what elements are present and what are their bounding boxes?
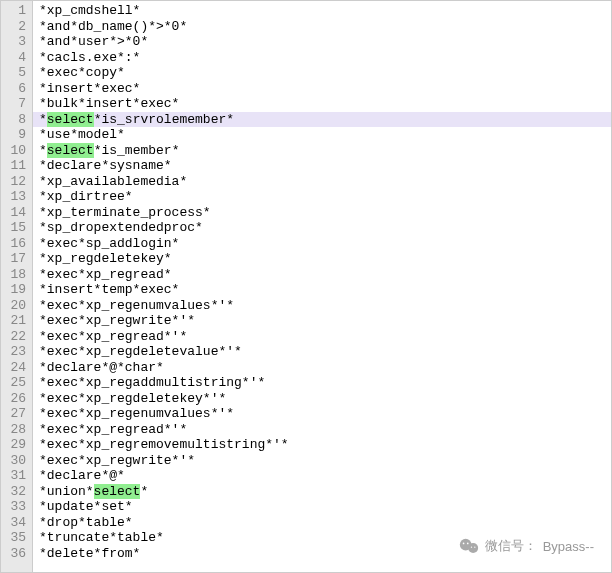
svg-point-3 (467, 543, 469, 545)
code-line[interactable]: *declare*@*char* (33, 360, 611, 376)
code-line[interactable]: *xp_cmdshell* (33, 3, 611, 19)
code-line[interactable]: *exec*xp_regread*'* (33, 422, 611, 438)
code-line[interactable]: *exec*xp_regread*'* (33, 329, 611, 345)
watermark-label: 微信号： (485, 537, 537, 555)
code-line[interactable]: *exec*xp_regenumvalues*'* (33, 406, 611, 422)
line-number: 21 (5, 313, 26, 329)
code-line[interactable]: *insert*temp*exec* (33, 282, 611, 298)
line-number: 30 (5, 453, 26, 469)
code-line[interactable]: *sp_dropextendedproc* (33, 220, 611, 236)
watermark: 微信号： Bypass-- (459, 537, 594, 555)
line-number: 7 (5, 96, 26, 112)
line-number: 12 (5, 174, 26, 190)
line-number: 35 (5, 530, 26, 546)
line-number: 23 (5, 344, 26, 360)
wechat-icon (459, 538, 479, 554)
code-line[interactable]: *bulk*insert*exec* (33, 96, 611, 112)
line-number: 2 (5, 19, 26, 35)
code-line[interactable]: *xp_terminate_process* (33, 205, 611, 221)
code-line[interactable]: *exec*copy* (33, 65, 611, 81)
highlighted-word: select (94, 484, 141, 499)
code-line[interactable]: *exec*xp_regaddmultistring*'* (33, 375, 611, 391)
code-line[interactable]: *union*select* (33, 484, 611, 500)
line-number: 14 (5, 205, 26, 221)
line-number: 6 (5, 81, 26, 97)
code-editor[interactable]: 1234567891011121314151617181920212223242… (0, 0, 612, 573)
line-number: 20 (5, 298, 26, 314)
line-number: 9 (5, 127, 26, 143)
line-number: 8 (5, 112, 26, 128)
code-line[interactable]: *and*user*>*0* (33, 34, 611, 50)
code-line[interactable]: *xp_regdeletekey* (33, 251, 611, 267)
code-line[interactable]: *update*set* (33, 499, 611, 515)
line-number: 34 (5, 515, 26, 531)
line-number: 32 (5, 484, 26, 500)
code-line[interactable]: *xp_availablemedia* (33, 174, 611, 190)
line-number: 3 (5, 34, 26, 50)
line-number: 31 (5, 468, 26, 484)
code-line[interactable]: *select*is_srvrolemember* (33, 112, 611, 128)
code-line[interactable]: *select*is_member* (33, 143, 611, 159)
line-number: 22 (5, 329, 26, 345)
code-area[interactable]: *xp_cmdshell**and*db_name()*>*0**and*use… (33, 1, 611, 572)
code-line[interactable]: *xp_dirtree* (33, 189, 611, 205)
watermark-value: Bypass-- (543, 539, 594, 554)
code-line[interactable]: *exec*sp_addlogin* (33, 236, 611, 252)
line-number: 5 (5, 65, 26, 81)
line-number: 19 (5, 282, 26, 298)
line-number: 27 (5, 406, 26, 422)
line-number: 11 (5, 158, 26, 174)
code-line[interactable]: *exec*xp_regdeletekey*'* (33, 391, 611, 407)
line-number: 1 (5, 3, 26, 19)
code-line[interactable]: *cacls.exe*:* (33, 50, 611, 66)
code-line[interactable]: *declare*@* (33, 468, 611, 484)
svg-point-5 (474, 546, 475, 547)
svg-point-1 (468, 543, 478, 553)
highlighted-word: select (47, 112, 94, 127)
line-number: 4 (5, 50, 26, 66)
code-line[interactable]: *use*model* (33, 127, 611, 143)
code-line[interactable]: *exec*xp_regwrite*'* (33, 313, 611, 329)
line-number: 24 (5, 360, 26, 376)
svg-point-4 (471, 546, 472, 547)
line-number: 16 (5, 236, 26, 252)
code-line[interactable]: *exec*xp_regenumvalues*'* (33, 298, 611, 314)
code-line[interactable]: *and*db_name()*>*0* (33, 19, 611, 35)
code-line[interactable]: *exec*xp_regdeletevalue*'* (33, 344, 611, 360)
line-number: 25 (5, 375, 26, 391)
code-line[interactable]: *declare*sysname* (33, 158, 611, 174)
line-number: 29 (5, 437, 26, 453)
svg-point-2 (462, 543, 464, 545)
line-number: 26 (5, 391, 26, 407)
code-line[interactable]: *insert*exec* (33, 81, 611, 97)
line-number: 36 (5, 546, 26, 562)
line-number: 15 (5, 220, 26, 236)
line-number: 17 (5, 251, 26, 267)
line-number: 18 (5, 267, 26, 283)
code-line[interactable]: *exec*xp_regremovemultistring*'* (33, 437, 611, 453)
line-number: 33 (5, 499, 26, 515)
line-number-gutter: 1234567891011121314151617181920212223242… (1, 1, 33, 572)
code-line[interactable]: *exec*xp_regread* (33, 267, 611, 283)
code-line[interactable]: *exec*xp_regwrite*'* (33, 453, 611, 469)
line-number: 28 (5, 422, 26, 438)
code-line[interactable]: *drop*table* (33, 515, 611, 531)
highlighted-word: select (47, 143, 94, 158)
line-number: 13 (5, 189, 26, 205)
line-number: 10 (5, 143, 26, 159)
